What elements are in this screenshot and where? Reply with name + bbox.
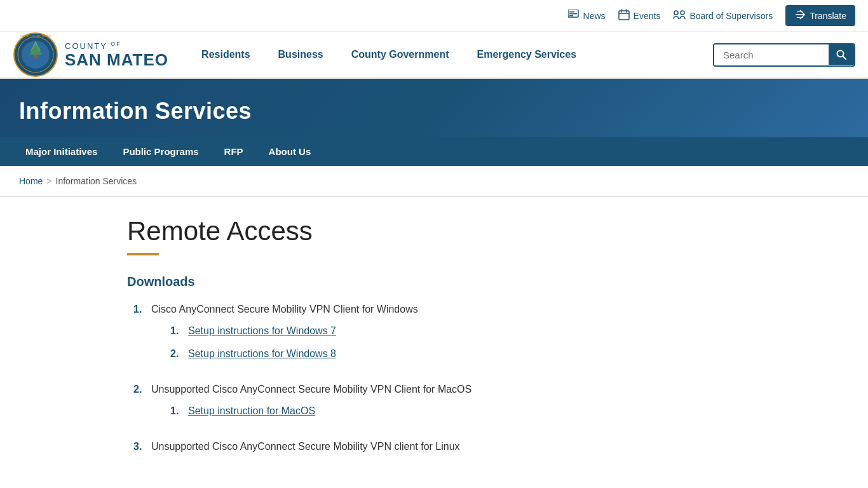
subnav-public-programs[interactable]: Public Programs [110, 137, 211, 166]
events-icon [618, 9, 630, 22]
events-link[interactable]: Events [618, 9, 661, 22]
windows7-link[interactable]: Setup instructions for Windows 7 [188, 323, 336, 339]
county-seal: COUNTY OF SAN MATEO [13, 32, 58, 78]
breadcrumb-current: Information Services [56, 176, 137, 186]
main-navigation: Residents Business County Government Eme… [187, 34, 713, 76]
svg-rect-3 [569, 15, 573, 17]
list-item-text: Cisco AnyConnect Secure Mobility VPN Cli… [151, 304, 418, 315]
svg-rect-15 [34, 55, 37, 58]
svg-rect-1 [569, 11, 574, 13]
nav-business[interactable]: Business [264, 34, 337, 76]
subnav-major-initiatives[interactable]: Major Initiatives [13, 137, 110, 166]
svg-line-18 [843, 57, 846, 60]
title-underline [127, 253, 159, 255]
breadcrumb: Home > Information Services [0, 166, 868, 197]
news-label: News [583, 11, 606, 21]
translate-label: Translate [810, 11, 846, 21]
list-item-text: Unsupported Cisco AnyConnect Secure Mobi… [151, 384, 471, 395]
search-icon [836, 50, 846, 60]
list-item: Cisco AnyConnect Secure Mobility VPN Cli… [133, 302, 741, 369]
board-link[interactable]: Board of Supervisors [673, 10, 773, 22]
nav-residents[interactable]: Residents [187, 34, 264, 76]
utility-bar: News Events Board of Supervisors [0, 0, 868, 32]
download-list: Cisco AnyConnect Secure Mobility VPN Cli… [133, 302, 741, 454]
windows8-link[interactable]: Setup instructions for Windows 8 [188, 346, 336, 362]
main-content: Remote Access Downloads Cisco AnyConnect… [0, 197, 868, 488]
nav-emergency-services[interactable]: Emergency Services [463, 34, 590, 76]
macos-link[interactable]: Setup instruction for MacOS [188, 403, 315, 419]
news-link[interactable]: News [568, 10, 606, 22]
subnav-rfp[interactable]: RFP [212, 137, 256, 166]
svg-rect-2 [569, 13, 577, 15]
main-header: COUNTY OF SAN MATEO COUNTY OF SAN MATEO … [0, 32, 868, 79]
sub-list: Setup instruction for MacOS [170, 403, 741, 419]
breadcrumb-home[interactable]: Home [19, 176, 43, 186]
translate-button[interactable]: Translate [785, 5, 855, 26]
search-button[interactable] [829, 44, 854, 65]
svg-text:COUNTY OF SAN MATEO: COUNTY OF SAN MATEO [20, 34, 51, 37]
logo-link[interactable]: COUNTY OF SAN MATEO COUNTY OF SAN MATEO [13, 32, 168, 78]
translate-icon [794, 9, 806, 22]
sub-navigation: Major Initiatives Public Programs RFP Ab… [0, 137, 868, 166]
svg-rect-4 [619, 11, 629, 20]
list-item: Unsupported Cisco AnyConnect Secure Mobi… [133, 382, 741, 426]
section-title: Information Services [19, 98, 252, 125]
news-icon [568, 10, 580, 22]
section-header: Information Services [0, 79, 868, 137]
svg-point-9 [681, 11, 684, 15]
subnav-about-us[interactable]: About Us [256, 137, 324, 166]
downloads-heading: Downloads [127, 274, 741, 289]
page-title: Remote Access [127, 216, 741, 247]
list-item: Setup instruction for MacOS [170, 403, 741, 419]
board-label: Board of Supervisors [689, 11, 773, 21]
list-item: Setup instructions for Windows 7 [170, 323, 741, 339]
list-item-text: Unsupported Cisco AnyConnect Secure Mobi… [151, 441, 460, 452]
search-input[interactable] [714, 44, 829, 65]
events-label: Events [634, 11, 661, 21]
svg-point-8 [674, 11, 678, 15]
sub-list: Setup instructions for Windows 7 Setup i… [170, 323, 741, 362]
board-icon [673, 10, 686, 22]
breadcrumb-separator: > [46, 176, 51, 186]
search-area [713, 43, 855, 67]
nav-county-government[interactable]: County Government [337, 34, 463, 76]
list-item: Unsupported Cisco AnyConnect Secure Mobi… [133, 439, 741, 454]
list-item: Setup instructions for Windows 8 [170, 346, 741, 362]
logo-county-name: SAN MATEO [65, 51, 168, 68]
